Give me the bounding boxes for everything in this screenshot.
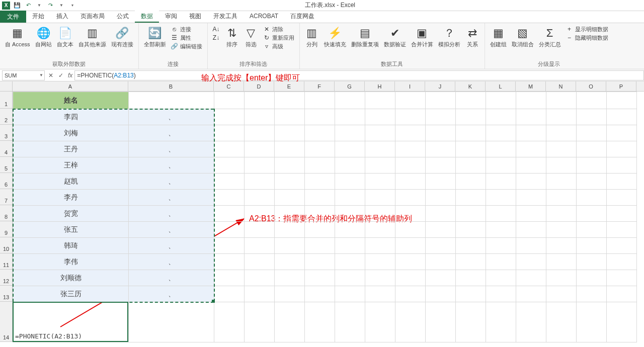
col-header-m[interactable]: M bbox=[516, 81, 546, 91]
btn-remove-dup[interactable]: ▤删除重复项 bbox=[349, 25, 381, 48]
enter-button[interactable]: ✓ bbox=[56, 70, 66, 80]
cell-a5[interactable]: 王梓 bbox=[13, 157, 129, 173]
col-header-i[interactable]: I bbox=[395, 81, 425, 91]
cell-b2[interactable]: 、 bbox=[129, 109, 214, 125]
cell-b11[interactable]: 、 bbox=[129, 254, 214, 270]
col-header-c[interactable]: C bbox=[214, 81, 244, 91]
btn-advanced[interactable]: ▿高级 bbox=[261, 42, 296, 50]
cell-a4[interactable]: 王丹 bbox=[13, 141, 129, 157]
col-header-d[interactable]: D bbox=[244, 81, 274, 91]
col-header-e[interactable]: E bbox=[274, 81, 304, 91]
col-header-l[interactable]: L bbox=[486, 81, 516, 91]
btn-sort[interactable]: ⇅排序 bbox=[223, 25, 241, 48]
row-header-2[interactable]: 2 bbox=[0, 109, 13, 125]
row-header-8[interactable]: 8 bbox=[0, 205, 13, 221]
col-header-j[interactable]: J bbox=[425, 81, 455, 91]
btn-from-text[interactable]: 📄自文本 bbox=[55, 25, 75, 48]
fx-icon[interactable]: fx bbox=[68, 72, 72, 79]
cell-b4[interactable]: 、 bbox=[129, 141, 214, 157]
row-header-4[interactable]: 4 bbox=[0, 141, 13, 157]
btn-hide-detail[interactable]: −隐藏明细数据 bbox=[564, 34, 610, 42]
col-header-f[interactable]: F bbox=[304, 81, 335, 91]
col-header-b[interactable]: B bbox=[128, 81, 214, 91]
btn-existing-conn[interactable]: 🔗现有连接 bbox=[109, 25, 135, 48]
row-header-11[interactable]: 11 bbox=[0, 253, 13, 270]
row-header-10[interactable]: 10 bbox=[0, 237, 13, 253]
tab-baidu[interactable]: 百度网盘 bbox=[284, 11, 320, 23]
cell-a10[interactable]: 韩琦 bbox=[13, 238, 129, 254]
btn-consolidate[interactable]: ▣合并计算 bbox=[409, 25, 435, 48]
btn-show-detail[interactable]: +显示明细数据 bbox=[564, 25, 610, 33]
save-icon[interactable]: 💾 bbox=[13, 2, 21, 10]
btn-text-to-columns[interactable]: ▥分列 bbox=[303, 25, 321, 48]
col-header-h[interactable]: H bbox=[365, 81, 395, 91]
cell-a9[interactable]: 张五 bbox=[13, 222, 129, 238]
redo-dropdown-icon[interactable]: ▼ bbox=[57, 2, 65, 10]
btn-sort-az[interactable]: A↓ bbox=[211, 25, 222, 33]
cell-a6[interactable]: 赵凯 bbox=[13, 173, 129, 190]
btn-group[interactable]: ▦创建组 bbox=[488, 25, 509, 48]
cell-b6[interactable]: 、 bbox=[129, 173, 214, 190]
redo-icon[interactable]: ↷ bbox=[46, 2, 54, 10]
col-header-k[interactable]: K bbox=[455, 81, 486, 91]
cell-b13[interactable]: 、 bbox=[129, 286, 214, 302]
cell-b12[interactable]: 、 bbox=[129, 270, 214, 286]
cell-b10[interactable]: 、 bbox=[129, 238, 214, 254]
btn-reapply[interactable]: ↻重新应用 bbox=[261, 34, 296, 42]
row-header-3[interactable]: 3 bbox=[0, 125, 13, 141]
btn-properties[interactable]: ☰属性 bbox=[169, 34, 204, 42]
cell-b9[interactable]: 、 bbox=[129, 222, 214, 238]
cell-a11[interactable]: 李伟 bbox=[13, 254, 129, 270]
tab-review[interactable]: 审阅 bbox=[159, 11, 183, 23]
undo-icon[interactable]: ↶ bbox=[24, 2, 32, 10]
cell-a3[interactable]: 刘梅 bbox=[13, 125, 129, 141]
btn-from-access[interactable]: ▦自 Access bbox=[3, 25, 32, 48]
row-header-1[interactable]: 1 bbox=[0, 92, 13, 109]
btn-whatif[interactable]: ？模拟分析 bbox=[436, 25, 462, 48]
btn-clear[interactable]: ✕清除 bbox=[261, 25, 296, 33]
cell-b8[interactable]: 、 bbox=[129, 206, 214, 222]
tab-data[interactable]: 数据 bbox=[135, 11, 159, 23]
btn-data-valid[interactable]: ✔数据验证 bbox=[382, 25, 408, 48]
btn-sort-za[interactable]: Z↓ bbox=[211, 34, 222, 42]
row-header-7[interactable]: 7 bbox=[0, 189, 13, 205]
btn-flash-fill[interactable]: ⚡快速填充 bbox=[322, 25, 348, 48]
row-header-5[interactable]: 5 bbox=[0, 157, 13, 173]
cell-a2[interactable]: 李四 bbox=[13, 109, 129, 125]
tab-file[interactable]: 文件 bbox=[0, 11, 26, 23]
btn-subtotal[interactable]: Σ分类汇总 bbox=[537, 25, 563, 48]
row-header-14[interactable]: 14 bbox=[0, 302, 13, 342]
cell-b3[interactable]: 、 bbox=[129, 125, 214, 141]
btn-from-web[interactable]: 🌐自网站 bbox=[33, 25, 54, 48]
cell-a1[interactable]: 姓名 bbox=[13, 92, 129, 109]
tab-formulas[interactable]: 公式 bbox=[111, 11, 135, 23]
cells-table[interactable]: 姓名 李四、 刘梅、 王丹、 王梓、 赵凯、 李丹、 贺宽、 张五、 韩琦、 李… bbox=[13, 92, 637, 342]
tab-dev[interactable]: 开发工具 bbox=[207, 11, 244, 23]
cell-b14[interactable] bbox=[129, 302, 214, 342]
cell-a7[interactable]: 李丹 bbox=[13, 190, 129, 206]
tab-pagelayout[interactable]: 页面布局 bbox=[74, 11, 111, 23]
row-header-12[interactable]: 12 bbox=[0, 270, 13, 286]
col-header-g[interactable]: G bbox=[335, 81, 365, 91]
tab-home[interactable]: 开始 bbox=[26, 11, 50, 23]
col-header-p[interactable]: P bbox=[606, 81, 636, 91]
cancel-button[interactable]: ✕ bbox=[46, 70, 56, 80]
formula-input[interactable]: =PHONETIC(A2:B13) bbox=[74, 70, 644, 80]
cell-b7[interactable]: 、 bbox=[129, 190, 214, 206]
btn-refresh-all[interactable]: 🔄全部刷新 bbox=[142, 25, 168, 48]
row-header-6[interactable]: 6 bbox=[0, 173, 13, 189]
namebox-dropdown-icon[interactable]: ▼ bbox=[39, 73, 43, 77]
cell-b5[interactable]: 、 bbox=[129, 157, 214, 173]
select-all-corner[interactable] bbox=[0, 81, 13, 91]
tab-acrobat[interactable]: ACROBAT bbox=[244, 11, 284, 23]
btn-ungroup[interactable]: ▧取消组合 bbox=[510, 25, 536, 48]
cell-a12[interactable]: 刘顺德 bbox=[13, 270, 129, 286]
cell-b1[interactable] bbox=[129, 92, 214, 109]
cell-a8[interactable]: 贺宽 bbox=[13, 206, 129, 222]
name-box[interactable]: SUM▼ bbox=[2, 70, 45, 80]
tab-view[interactable]: 视图 bbox=[183, 11, 207, 23]
row-header-9[interactable]: 9 bbox=[0, 221, 13, 237]
col-header-a[interactable]: A bbox=[13, 81, 128, 91]
btn-editlinks[interactable]: 🔗编辑链接 bbox=[169, 42, 204, 50]
btn-relations[interactable]: ⇄关系 bbox=[463, 25, 481, 48]
